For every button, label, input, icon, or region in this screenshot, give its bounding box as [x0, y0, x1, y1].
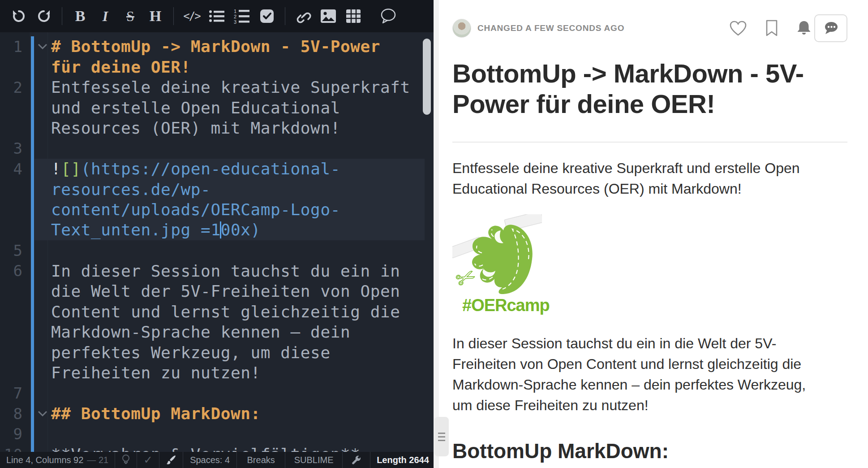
editor-line-6-row-1[interactable]: 6In dieser Session tauchst du ein in: [0, 261, 434, 282]
line-text: Content und lernst gleichzeitig die: [51, 303, 400, 321]
editor-line-5[interactable]: 5: [0, 240, 434, 261]
image-icon[interactable]: [320, 7, 337, 25]
document-length-status: Length 2644: [370, 452, 435, 468]
change-indicator-bar: [31, 383, 34, 404]
fold-chevron-icon[interactable]: [34, 43, 51, 50]
editor-line-1-row-1[interactable]: 1# BottomUp -> MarkDown - 5V-Power: [0, 36, 434, 57]
redo-icon[interactable]: [35, 7, 52, 25]
fold-chevron-icon[interactable]: [34, 410, 51, 417]
brush-icon[interactable]: [159, 452, 183, 468]
change-indicator-bar: [31, 220, 34, 241]
line-text: Freiheiten zu nutzen!: [51, 364, 261, 382]
undo-icon[interactable]: [10, 7, 27, 25]
line-number: 5: [0, 242, 22, 260]
last-changed-label: CHANGED A FEW SECONDS AGO: [477, 23, 624, 33]
comment-icon[interactable]: [380, 7, 397, 25]
line-number: 1: [0, 38, 22, 56]
change-indicator-bar: [31, 199, 34, 220]
editor-line-3[interactable]: 3: [0, 139, 434, 159]
check-icon[interactable]: ✓: [137, 452, 159, 468]
lightbulb-icon[interactable]: [115, 452, 137, 468]
line-text: In dieser Session tauchst du ein in: [51, 262, 400, 280]
bookmark-icon[interactable]: [765, 20, 778, 37]
spaces-setting[interactable]: Spaces: 4: [183, 452, 237, 468]
bold-icon[interactable]: B: [72, 7, 89, 25]
line-text: resources.de/wp-: [51, 180, 211, 199]
comment-button[interactable]: [814, 14, 847, 42]
change-indicator-bar: [31, 302, 34, 322]
editor-line-6-row-4[interactable]: Markdown-Sprache kennen – dein: [0, 322, 434, 342]
wrench-icon[interactable]: [343, 452, 370, 468]
line-text: und erstelle Open Educational: [51, 99, 340, 117]
svg-text:2: 2: [234, 14, 236, 19]
bell-icon[interactable]: [796, 20, 812, 37]
markdown-preview-pane: CHANGED A FEW SECONDS AGO BottomUp -> Ma…: [439, 0, 868, 468]
table-icon[interactable]: [345, 7, 362, 25]
split-drag-handle[interactable]: [434, 417, 449, 456]
editor-line-9[interactable]: 9: [0, 424, 434, 445]
split-pane-resizer[interactable]: [434, 0, 439, 468]
editor-line-4-row-2[interactable]: resources.de/wp-: [0, 179, 434, 200]
svg-text:3: 3: [234, 19, 236, 24]
editor-line-10[interactable]: 10**Verwahren & Vervielfältigen**: [0, 444, 434, 452]
editor-line-2-row-2[interactable]: und erstelle Open Educational: [0, 98, 434, 118]
editor-line-6-row-5[interactable]: perfektes Werkzeug, um diese: [0, 342, 434, 363]
toolbar-separator: [173, 7, 174, 25]
line-text: perfektes Werkzeug, um diese: [51, 343, 331, 362]
editor-line-6-row-2[interactable]: die Welt der 5V-Freiheiten von Open: [0, 281, 434, 302]
editor-toolbar: BISH</>123: [0, 0, 434, 32]
code-editor[interactable]: 1# BottomUp -> MarkDown - 5V-Powerfür de…: [0, 32, 434, 452]
line-number: 6: [0, 262, 22, 280]
editor-line-4-row-1[interactable]: 4![](https://open-educational-: [0, 159, 434, 179]
editor-line-6-row-6[interactable]: Freiheiten zu nutzen!: [0, 363, 434, 383]
link-icon[interactable]: [295, 7, 312, 25]
heart-icon[interactable]: [729, 20, 747, 36]
line-number: 8: [0, 405, 22, 423]
editor-line-1-row-2[interactable]: für deine OER!: [0, 57, 434, 78]
line-text: Entfessele deine kreative Superkraft: [51, 78, 410, 96]
bullet-list-icon[interactable]: [208, 7, 225, 25]
author-avatar[interactable]: [452, 19, 471, 38]
editor-status-bar: Line 4, Columns 92 — 21 ✓ Spaces: 4 Brea…: [0, 452, 434, 468]
checkbox-icon[interactable]: [258, 7, 275, 25]
change-indicator-bar: [31, 342, 34, 363]
line-text: ## BottomUp MarkDown:: [51, 404, 261, 423]
editor-line-8[interactable]: 8## BottomUp MarkDown:: [0, 403, 434, 424]
svg-text:1: 1: [234, 9, 236, 14]
editor-line-2-row-3[interactable]: Resources (OER) mit Markdown!: [0, 118, 434, 139]
strikethrough-icon[interactable]: S: [122, 7, 139, 25]
line-text: ![](https://open-educational-: [51, 160, 340, 178]
editor-line-7[interactable]: 7: [0, 383, 434, 404]
line-text: content/uploads/OERCamp-Logo-: [51, 200, 340, 219]
change-indicator-bar: [31, 403, 34, 424]
code-icon[interactable]: </>: [183, 7, 200, 25]
preview-paragraph-session: In dieser Session tauchst du ein in die …: [452, 333, 824, 416]
title-divider: [452, 142, 847, 143]
editor-line-4-row-4[interactable]: Text_unten.jpg =100x): [0, 220, 434, 241]
heading-icon[interactable]: H: [147, 7, 164, 25]
change-indicator-bar: [31, 77, 34, 98]
line-number: 3: [0, 139, 22, 157]
linebreak-setting[interactable]: Breaks: [237, 452, 285, 468]
line-number: 4: [0, 160, 22, 178]
markdown-editor-pane: BISH</>123 1# BottomUp -> MarkDown - 5V-…: [0, 0, 434, 468]
change-indicator-bar: [31, 424, 34, 445]
line-text: **Verwahren & Vervielfältigen**: [51, 445, 361, 452]
change-indicator-bar: [31, 36, 34, 57]
line-text: Markdown-Sprache kennen – dein: [51, 323, 350, 341]
change-indicator-bar: [31, 179, 34, 200]
line-text: die Welt der 5V-Freiheiten von Open: [51, 282, 400, 300]
keymap-setting[interactable]: SUBLIME: [285, 452, 343, 468]
italic-icon[interactable]: I: [97, 7, 114, 25]
change-indicator-bar: [31, 57, 34, 78]
line-text: # BottomUp -> MarkDown - 5V-Power: [51, 37, 380, 56]
editor-line-2-row-1[interactable]: 2Entfessele deine kreative Superkraft: [0, 77, 434, 98]
editor-scrollbar-thumb[interactable]: [423, 39, 431, 115]
numbered-list-icon[interactable]: 123: [233, 7, 250, 25]
change-indicator-bar: [31, 281, 34, 302]
editor-line-4-row-3[interactable]: content/uploads/OERCamp-Logo-: [0, 199, 434, 220]
editor-line-6-row-3[interactable]: Content und lernst gleichzeitig die: [0, 302, 434, 322]
preview-title: BottomUp -> MarkDown - 5V-Power für dein…: [452, 58, 833, 119]
cursor-position-status: Line 4, Columns 92 — 21: [0, 452, 115, 468]
preview-paragraph-intro: Entfessele deine kreative Superkraft und…: [452, 158, 824, 199]
